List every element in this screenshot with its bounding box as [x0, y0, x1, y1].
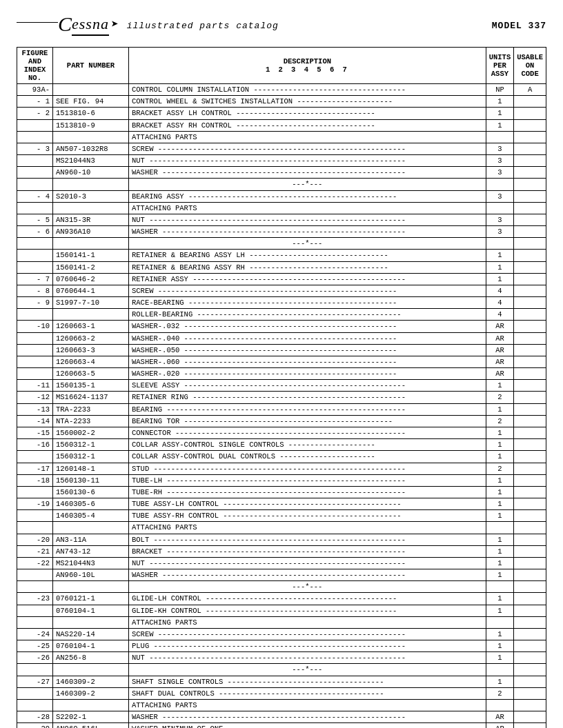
cell-units: 1 — [486, 474, 514, 486]
cell-units: 2 — [486, 392, 514, 403]
cell-part: NTA-2233 — [53, 415, 129, 427]
cell-figure — [17, 451, 53, 463]
cell-figure — [17, 309, 53, 321]
cell-usable — [514, 451, 546, 463]
cell-usable — [514, 261, 546, 273]
cell-desc: WASHER ---------------------------------… — [129, 569, 486, 581]
cell-part: AN743-12 — [53, 545, 129, 557]
cell-units: 1 — [486, 486, 514, 498]
table-row: -24 NAS220-14 SCREW --------------------… — [17, 628, 546, 640]
cell-usable — [514, 108, 546, 119]
cell-usable — [514, 356, 546, 367]
cell-part — [53, 131, 129, 143]
cell-desc: BEARING ASSY ---------------------------… — [129, 190, 486, 202]
cell-figure: -24 — [17, 628, 53, 640]
cell-desc: TUBE ASSY-LH CONTROL -------------------… — [129, 498, 486, 510]
cell-units: 1 — [486, 96, 514, 108]
cell-units: AR — [486, 356, 514, 367]
cell-part: 0760104-1 — [53, 640, 129, 652]
page: C essna ➤ illustrated parts catalog MODE… — [0, 0, 563, 728]
cell-desc: RETAINER & BEARING ASSY LH -------------… — [129, 250, 486, 261]
cell-units: 1 — [486, 250, 514, 261]
cell-part: 1560135-1 — [53, 380, 129, 392]
table-row: -16 1560312-1 COLLAR ASSY-CONTROL SINGLE… — [17, 439, 546, 451]
cell-usable — [514, 143, 546, 154]
table-row: -18 1560130-11 TUBE-LH -----------------… — [17, 474, 546, 486]
cell-part: 1513810-6 — [53, 108, 129, 119]
cell-part: AN315-3R — [53, 214, 129, 225]
cell-usable — [514, 226, 546, 238]
cell-units: 2 — [486, 415, 514, 427]
cell-units: 4 — [486, 309, 514, 321]
table-row: -11 1560135-1 SLEEVE ASSY --------------… — [17, 380, 546, 392]
table-row: MS21044N3 NUT --------------------------… — [17, 155, 546, 167]
cell-figure: - 9 — [17, 297, 53, 309]
cell-usable — [514, 534, 546, 545]
cell-part: 0760646-2 — [53, 273, 129, 285]
cell-figure: -16 — [17, 439, 53, 451]
cell-figure — [17, 699, 53, 711]
cell-usable — [514, 392, 546, 403]
cell-units: 2 — [486, 687, 514, 699]
cell-figure: -26 — [17, 652, 53, 664]
cell-part: 1260663-4 — [53, 356, 129, 367]
cell-usable — [514, 723, 546, 728]
cell-desc: BOLT -----------------------------------… — [129, 534, 486, 545]
cell-units: 1 — [486, 593, 514, 605]
page-header: C essna ➤ illustrated parts catalog MODE… — [17, 14, 546, 40]
cell-desc: RETAINER RING --------------------------… — [129, 392, 486, 403]
cell-desc: ATTACHING PARTS — [129, 522, 486, 534]
cell-units: 4 — [486, 285, 514, 296]
cell-desc: WASHER-.020 ----------------------------… — [129, 368, 486, 380]
cell-part: AN960-516L — [53, 723, 129, 728]
cell-desc: BRACKET --------------------------------… — [129, 545, 486, 557]
cell-part: 1260663-3 — [53, 344, 129, 356]
cell-part: 0760644-1 — [53, 285, 129, 296]
cell-desc: SLEEVE ASSY ----------------------------… — [129, 380, 486, 392]
cell-usable — [514, 522, 546, 534]
cell-units: AR — [486, 344, 514, 356]
cell-figure: -27 — [17, 676, 53, 687]
cell-figure: -17 — [17, 463, 53, 474]
table-row: -14 NTA-2233 BEARING TOR ---------------… — [17, 415, 546, 427]
cell-part: 1560141-1 — [53, 250, 129, 261]
cell-usable — [514, 155, 546, 167]
cell-desc: WASHER MINIMUM OF ONE ------------------… — [129, 723, 486, 728]
cell-desc: SHAFT DUAL CONTROLS --------------------… — [129, 687, 486, 699]
table-row: 1260663-2 WASHER-.040 ------------------… — [17, 332, 546, 344]
cell-desc: ---*--- — [129, 581, 486, 593]
col-header-part: PART NUMBER — [53, 48, 129, 84]
cell-usable — [514, 664, 546, 676]
table-row: 1260663-3 WASHER-.050 ------------------… — [17, 344, 546, 356]
table-row: 1560312-1 COLLAR ASSY-CONTROL DUAL CONTR… — [17, 451, 546, 463]
col-header-figure: FIGUREANDINDEXNO. — [17, 48, 53, 84]
cell-usable — [514, 628, 546, 640]
col-header-desc: DESCRIPTION 1 2 3 4 5 6 7 — [129, 48, 486, 84]
cell-units: AR — [486, 332, 514, 344]
table-row: - 7 0760646-2 RETAINER ASSY ------------… — [17, 273, 546, 285]
table-row: -27 1460309-2 SHAFT SINGLE CONTROLS ----… — [17, 676, 546, 687]
cell-part: S2010-3 — [53, 190, 129, 202]
cell-units — [486, 131, 514, 143]
cell-usable — [514, 498, 546, 510]
cell-figure — [17, 368, 53, 380]
cell-figure — [17, 179, 53, 190]
cell-units: 4 — [486, 297, 514, 309]
cell-figure — [17, 202, 53, 214]
cell-usable — [514, 309, 546, 321]
cell-units: 1 — [486, 545, 514, 557]
cell-desc: SCREW ----------------------------------… — [129, 628, 486, 640]
table-row: 93A- CONTROL COLUMN INSTALLATION -------… — [17, 84, 546, 96]
cell-usable — [514, 640, 546, 652]
cell-units: 1 — [486, 498, 514, 510]
cell-part: 1260663-5 — [53, 368, 129, 380]
cell-desc: RETAINER ASSY --------------------------… — [129, 273, 486, 285]
cell-part: 1560312-1 — [53, 451, 129, 463]
cell-usable — [514, 214, 546, 225]
cell-part: NAS220-14 — [53, 628, 129, 640]
cell-units — [486, 581, 514, 593]
cell-part — [53, 581, 129, 593]
cell-usable — [514, 474, 546, 486]
cell-usable — [514, 238, 546, 250]
cell-figure: - 2 — [17, 108, 53, 119]
